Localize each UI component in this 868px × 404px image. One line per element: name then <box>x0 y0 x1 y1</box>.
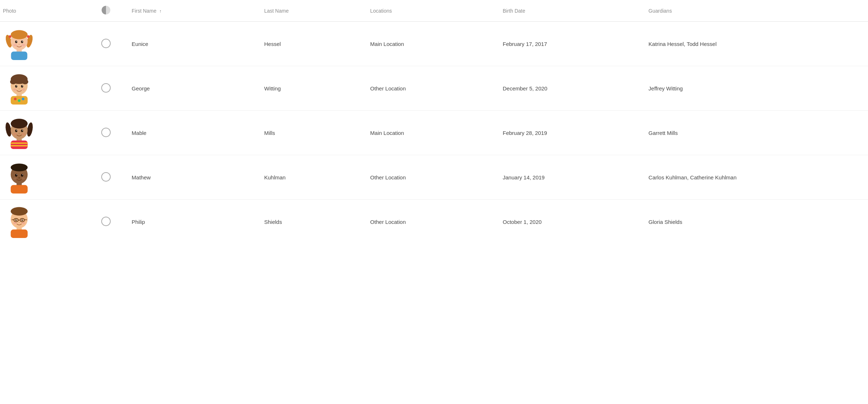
cell-photo-4 <box>0 155 86 200</box>
radio-select-3[interactable] <box>101 128 111 137</box>
svg-point-34 <box>22 88 25 90</box>
svg-point-26 <box>10 79 17 84</box>
col-header-locations: Locations <box>365 0 497 22</box>
table-body: Eunice Hessel Main Location February 17,… <box>0 22 868 244</box>
svg-point-56 <box>18 177 20 179</box>
cell-guardians-4: Carlos Kuhlman, Catherine Kuhlman <box>643 155 868 200</box>
cell-guardians-5: Gloria Shields <box>643 200 868 244</box>
svg-point-40 <box>11 119 28 128</box>
cell-lastname-4: Kuhlman <box>258 155 364 200</box>
table-row: Mathew Kuhlman Other Location January 14… <box>0 155 868 200</box>
svg-point-47 <box>22 133 25 135</box>
cell-location-4: Other Location <box>365 155 497 200</box>
svg-point-16 <box>18 44 20 45</box>
students-table: Photo First Name ↑ Last Name Locations <box>0 0 868 244</box>
table-row: George Witting Other Location December 5… <box>0 66 868 111</box>
svg-point-42 <box>21 129 23 132</box>
cell-firstname-5: Philip <box>126 200 258 244</box>
radio-select-1[interactable] <box>101 39 111 48</box>
cell-firstname-4: Mathew <box>126 155 258 200</box>
svg-point-54 <box>16 174 17 175</box>
avatar-1 <box>3 27 35 60</box>
svg-point-45 <box>18 133 20 134</box>
cell-location-1: Main Location <box>365 22 497 66</box>
svg-point-22 <box>18 99 20 102</box>
svg-rect-38 <box>11 141 28 149</box>
cell-guardians-1: Katrina Hessel, Todd Hessel <box>643 22 868 66</box>
sort-arrow-firstname: ↑ <box>159 9 161 14</box>
svg-point-72 <box>18 222 20 223</box>
cell-select-5[interactable] <box>86 200 126 244</box>
svg-point-10 <box>9 35 11 38</box>
svg-point-21 <box>14 98 17 100</box>
cell-location-2: Other Location <box>365 66 497 111</box>
svg-point-33 <box>13 88 17 90</box>
table-row: Eunice Hessel Main Location February 17,… <box>0 22 868 66</box>
svg-point-55 <box>22 174 23 175</box>
svg-point-52 <box>15 174 17 177</box>
svg-point-30 <box>16 85 17 86</box>
table-header-row: Photo First Name ↑ Last Name Locations <box>0 0 868 22</box>
svg-point-57 <box>13 177 17 179</box>
radio-select-2[interactable] <box>101 83 111 93</box>
cell-birthdate-3: February 28, 2019 <box>497 111 643 155</box>
col-header-guardians: Guardians <box>643 0 868 22</box>
svg-point-15 <box>22 41 23 42</box>
svg-point-53 <box>21 174 23 177</box>
avatar-5 <box>3 205 35 238</box>
svg-rect-60 <box>11 230 28 238</box>
table-row: Philip Shields Other Location October 1,… <box>0 200 868 244</box>
svg-point-46 <box>13 133 17 135</box>
svg-point-28 <box>15 85 17 88</box>
svg-point-70 <box>16 220 17 220</box>
cell-location-3: Main Location <box>365 111 497 155</box>
svg-point-11 <box>27 35 30 38</box>
svg-point-74 <box>22 222 25 224</box>
svg-point-31 <box>22 85 23 86</box>
cell-select-2[interactable] <box>86 66 126 111</box>
cell-guardians-3: Garrett Mills <box>643 111 868 155</box>
svg-point-9 <box>11 30 28 39</box>
svg-rect-49 <box>11 185 28 194</box>
cell-lastname-3: Mills <box>258 111 364 155</box>
col-header-photo: Photo <box>0 0 86 22</box>
svg-point-62 <box>11 207 28 216</box>
svg-point-29 <box>21 85 23 88</box>
svg-point-23 <box>22 98 24 100</box>
cell-firstname-1: Eunice <box>126 22 258 66</box>
table-row: Mable Mills Main Location February 28, 2… <box>0 111 868 155</box>
svg-point-14 <box>16 41 17 42</box>
avatar-4 <box>3 161 35 194</box>
svg-point-44 <box>22 130 23 131</box>
svg-point-51 <box>11 163 28 171</box>
svg-point-68 <box>15 219 17 221</box>
col-header-select <box>86 0 126 22</box>
cell-photo-5 <box>0 200 86 244</box>
svg-point-43 <box>16 130 17 131</box>
cell-lastname-2: Witting <box>258 66 364 111</box>
cell-select-3[interactable] <box>86 111 126 155</box>
svg-point-27 <box>22 79 28 84</box>
svg-point-32 <box>18 88 20 89</box>
cell-select-1[interactable] <box>86 22 126 66</box>
cell-guardians-2: Jeffrey Witting <box>643 66 868 111</box>
svg-rect-7 <box>11 52 27 60</box>
cell-location-5: Other Location <box>365 200 497 244</box>
cell-lastname-1: Hessel <box>258 22 364 66</box>
cell-select-4[interactable] <box>86 155 126 200</box>
avatar-3 <box>3 116 35 149</box>
col-header-firstname[interactable]: First Name ↑ <box>126 0 258 22</box>
cell-photo-2 <box>0 66 86 111</box>
svg-point-73 <box>13 222 17 224</box>
cell-lastname-5: Shields <box>258 200 364 244</box>
radio-select-4[interactable] <box>101 172 111 182</box>
svg-point-69 <box>21 219 23 221</box>
col-header-lastname: Last Name <box>258 0 364 22</box>
cell-photo-1 <box>0 22 86 66</box>
radio-select-5[interactable] <box>101 217 111 226</box>
cell-firstname-3: Mable <box>126 111 258 155</box>
cell-birthdate-1: February 17, 2017 <box>497 22 643 66</box>
cell-birthdate-2: December 5, 2020 <box>497 66 643 111</box>
col-header-birthdate: Birth Date <box>497 0 643 22</box>
svg-point-17 <box>13 44 17 46</box>
